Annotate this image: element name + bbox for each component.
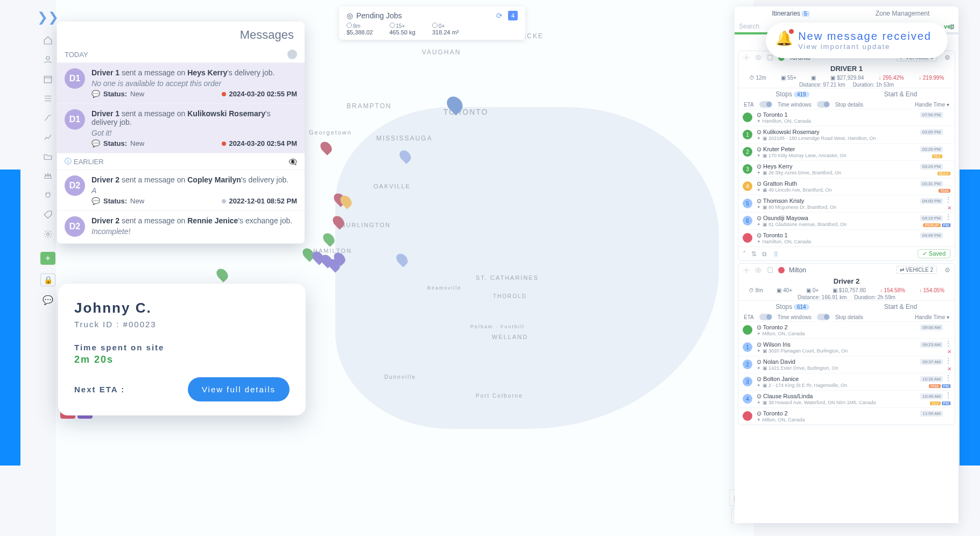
stop-row[interactable]: 6 ⊙ Osundiji Mayowa ✦ ▣ 81 Gladstone Ave… [738, 212, 955, 229]
eye-icon[interactable] [755, 54, 762, 61]
filter-time-windows: Time windows [778, 314, 812, 320]
message-quote: No one is available to accept this order [91, 79, 297, 88]
stop-more-icon[interactable]: ⋮ [945, 215, 951, 219]
eye-icon[interactable] [755, 266, 762, 274]
stop-eta: 09:37 AM [920, 359, 943, 365]
stop-remove-icon[interactable]: ✕ [947, 205, 951, 211]
vehicle-plate[interactable]: ⇄ VEHICLE 2 [896, 266, 937, 274]
map-pin[interactable] [397, 253, 407, 266]
list-icon[interactable] [41, 91, 55, 105]
svg-point-0 [46, 57, 50, 60]
crosshair-icon[interactable] [743, 266, 750, 274]
toggle-time-windows[interactable] [817, 101, 830, 108]
messages-group-today: TODAY [57, 46, 305, 63]
map-pin[interactable] [217, 268, 227, 281]
stop-row[interactable]: 5 ⊙ Thomson Kristy ✦ ▣ 80 Mcguiness Dr, … [738, 195, 955, 212]
stop-more-icon[interactable]: ⋮ [945, 376, 951, 380]
stop-row[interactable]: 3 ⊙ Heys Kerry ✦ ▣ 26 Sky Acres Drive, B… [738, 160, 955, 178]
note-icon[interactable] [766, 266, 774, 274]
toggle-eta[interactable] [759, 101, 772, 108]
svg-point-6 [745, 269, 748, 271]
stop-more-icon[interactable]: ⋮ [945, 358, 951, 363]
chat-bubble-icon: 💬 [91, 90, 100, 98]
crown-icon[interactable] [41, 169, 55, 183]
stop-more-icon[interactable]: ⋮ [945, 393, 951, 397]
stop-row[interactable]: 2 ⊙ Nolan David ✦ ▣ 1421 Ester Drive, Bu… [738, 356, 955, 373]
stop-eta: 09:00 AM [920, 325, 943, 330]
add-button[interactable]: + [40, 252, 55, 265]
view-full-details-button[interactable]: View full details [188, 377, 290, 401]
message-item[interactable]: D1 Driver 1 sent a message on Kulikowski… [57, 104, 305, 153]
stop-row[interactable]: 2 ⊙ Kruter Peter ✦ ▣ 170 Kitty Murray La… [738, 143, 955, 160]
svg-point-3 [745, 57, 748, 59]
stop-row[interactable]: ⊙ Toronto 2 ✦ Milton, ON, Canada 09:00 A… [738, 321, 955, 338]
notification-toast[interactable]: 🔔 New message received View important up… [766, 23, 948, 58]
map-pin[interactable] [341, 195, 351, 208]
stop-row[interactable]: ⊙ Toronto 2 ✦ Milton, ON, Canada 11:59 A… [738, 407, 955, 425]
message-item[interactable]: D1 Driver 1 sent a message on Heys Kerry… [57, 63, 305, 104]
map-pin[interactable] [334, 215, 343, 228]
stop-row[interactable]: ⊙ Toronto 1 ✦ Hamilton, ON, Canada 07:56… [738, 109, 955, 126]
message-item[interactable]: D2 Driver 2 sent a message on Rennie Jen… [57, 211, 305, 244]
stop-row[interactable]: 3 ⊙ Bolton Janice ✦ ▣ 2 - 174 King St E … [738, 373, 955, 390]
chat-icon[interactable]: 💬 [43, 295, 53, 305]
search-input[interactable]: Search [739, 23, 759, 30]
stop-tags: RMA [939, 189, 950, 193]
subtab-start-end[interactable]: Start & End [847, 88, 955, 100]
plug-icon[interactable] [41, 188, 55, 202]
stop-row[interactable]: 1 ⊙ Kulikowski Rosemary ✦ ▣ 202185 - 180… [738, 126, 955, 143]
settings-icon[interactable] [41, 227, 55, 241]
subtab-start-end[interactable]: Start & End [847, 301, 955, 313]
tab-zone-management[interactable]: Zone Management [847, 6, 958, 20]
shuffle-icon[interactable]: ⧚ [772, 250, 779, 258]
tab-itineraries[interactable]: Itineraries5 [735, 6, 847, 20]
stop-row[interactable]: ⊙ Toronto 1 ✦ Hamilton, ON, Canada 04:49… [738, 229, 955, 246]
stop-more-icon[interactable]: ⋮ [945, 198, 951, 202]
map-pin[interactable] [321, 141, 331, 154]
message-quote: Got it! [91, 129, 297, 137]
map-pin[interactable] [400, 150, 410, 163]
check-icon[interactable] [287, 50, 297, 59]
stop-more-icon[interactable]: ⋮ [945, 341, 951, 345]
home-icon[interactable] [41, 33, 55, 47]
time-on-site-label: Time spent on site [74, 343, 290, 352]
driver-detail-card: Johnny C. Truck ID : #00023 Time spent o… [58, 284, 306, 415]
sort-icon[interactable]: ⇅ [751, 250, 757, 258]
stop-tags: RMAPM [929, 384, 950, 388]
copy-icon[interactable]: ⧉ [762, 250, 767, 258]
refresh-icon[interactable]: ⟳ [496, 11, 503, 20]
stop-row[interactable]: 1 ⊙ Wilson Iris ✦ ▣ 3020 Flanagan Court,… [738, 338, 955, 356]
lock-button[interactable]: 🔒 [40, 273, 55, 286]
folder-icon[interactable] [41, 150, 55, 164]
map-pin[interactable] [335, 252, 344, 265]
stop-row[interactable]: 4 ⊙ Clause Russ/Linda ✦ ▣ 38 Howard Ave,… [738, 390, 955, 407]
map-pin[interactable] [324, 232, 334, 245]
map-pin[interactable] [448, 96, 462, 113]
tag-icon[interactable] [41, 208, 55, 222]
chart-icon[interactable] [41, 130, 55, 144]
stop-tags: DLV— [932, 154, 950, 158]
stop-row[interactable]: 4 ⊙ Gratton Ruth ✦ ▣ 49 Lincoln Ave, Bra… [738, 178, 955, 195]
toggle-time-windows[interactable] [817, 314, 830, 320]
subtab-stops[interactable]: Stops614 [738, 301, 847, 313]
chevron-up-icon[interactable]: ˄ [743, 250, 746, 258]
vehicle-gear-icon[interactable]: ⚙ [944, 54, 950, 61]
vehicle-driver: Driver 2 [738, 276, 955, 286]
message-item[interactable]: D2 Driver 2 sent a message on Copley Mar… [57, 170, 305, 211]
eye-off-icon[interactable]: 👁‍🗨 [288, 158, 297, 166]
crosshair-icon[interactable] [743, 54, 750, 61]
filter-handle-time[interactable]: Handle Time ▾ [915, 314, 949, 320]
stop-remove-icon[interactable]: ✕ [947, 366, 951, 372]
users-icon[interactable] [41, 53, 55, 67]
filter-handle-time[interactable]: Handle Time ▾ [915, 102, 949, 108]
vehicle-gear-icon[interactable]: ⚙ [944, 266, 950, 274]
panel-settings-icon[interactable]: ⚙ [948, 23, 955, 31]
stop-remove-icon[interactable]: ✕ [947, 349, 951, 355]
route-icon[interactable] [41, 111, 55, 125]
pending-jobs-panel[interactable]: ◎Pending Jobs ⟳ 4 8m$5,388.02 15+465.50 … [339, 6, 525, 40]
toggle-eta[interactable] [759, 314, 772, 320]
calendar-icon[interactable] [41, 72, 55, 86]
stop-sequence: 3 [743, 377, 752, 386]
map-label-pelham: Pelham · Fonthill [470, 324, 525, 329]
subtab-stops[interactable]: Stops419 [738, 88, 847, 100]
